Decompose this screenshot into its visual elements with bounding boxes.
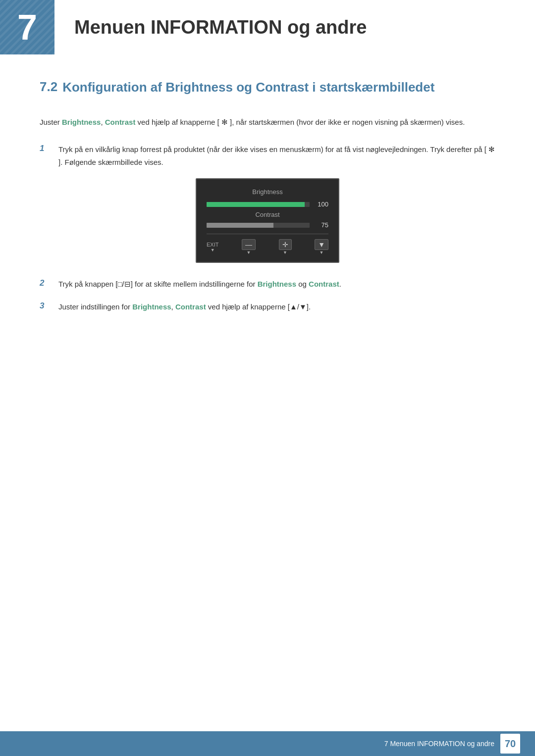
contrast-bar-row: 75 (207, 221, 328, 229)
footer-page-number: 70 (500, 734, 520, 754)
chapter-number: 7 (17, 9, 37, 45)
page-header: 7 Menuen INFORMATION og andre (0, 0, 535, 54)
step2-brightness: Brightness (258, 280, 296, 288)
step-3-text: Juster indstillingen for Brightness, Con… (58, 301, 495, 313)
monitor-controls: EXIT ▼ — ▼ ✛ ▼ ▼ ▼ (207, 239, 328, 255)
brightness-bar-row: 100 (207, 201, 328, 208)
chapter-title: Menuen INFORMATION og andre (74, 17, 367, 38)
section-number: 7.2 (40, 79, 57, 95)
step-1-text: Tryk på en vilkårlig knap forrest på pro… (58, 143, 495, 168)
chapter-title-area: Menuen INFORMATION og andre (54, 0, 535, 54)
contrast-label: Contrast (207, 211, 328, 218)
monitor-btn1: — (242, 239, 256, 250)
step3-brightness: Brightness (132, 302, 171, 311)
contrast-fill (207, 223, 273, 228)
btn3-arrow: ▼ (320, 250, 324, 255)
exit-arrow: ▼ (211, 248, 215, 252)
section-title: Konfiguration af Brightness og Contrast … (62, 79, 434, 96)
step-3: 3 Juster indstillingen for Brightness, C… (40, 301, 495, 313)
footer-chapter-ref: 7 Menuen INFORMATION og andre (384, 740, 494, 748)
step-2-number: 2 (40, 278, 54, 288)
brightness-fill (207, 202, 305, 207)
section-heading: 7.2 Konfiguration af Brightness og Contr… (40, 79, 495, 96)
btn1-arrow: ▼ (247, 250, 251, 255)
step3-contrast: Contrast (175, 302, 206, 311)
section-heading-row: 7.2 Konfiguration af Brightness og Contr… (40, 79, 495, 96)
intro-paragraph: Juster Brightness, Contrast ved hjælp af… (40, 116, 495, 129)
step2-contrast: Contrast (309, 280, 339, 288)
step-1: 1 Tryk på en vilkårlig knap forrest på p… (40, 143, 495, 168)
brightness-track (207, 202, 310, 207)
page-footer: 7 Menuen INFORMATION og andre 70 (0, 731, 535, 756)
monitor-btn2: ✛ (279, 239, 292, 250)
btn2-col: ✛ ▼ (279, 239, 292, 255)
exit-label: EXIT (207, 242, 218, 248)
step-3-number: 3 (40, 301, 54, 311)
btn2-arrow: ▼ (283, 250, 287, 255)
btn1-col: — ▼ (242, 239, 256, 255)
exit-col: EXIT ▼ (207, 242, 218, 252)
step-1-number: 1 (40, 143, 54, 153)
chapter-badge: 7 (0, 0, 54, 54)
monitor-mockup: Brightness 100 Contrast 75 EXIT ▼ — (196, 178, 339, 263)
brightness-value: 100 (314, 201, 328, 208)
contrast-value: 75 (314, 221, 328, 229)
step-2: 2 Tryk på knappen [□/⊟] for at skifte me… (40, 278, 495, 291)
step-2-text: Tryk på knappen [□/⊟] for at skifte mell… (58, 278, 495, 291)
contrast-track (207, 223, 310, 228)
brightness-label: Brightness (207, 188, 328, 196)
main-content: 7.2 Konfiguration af Brightness og Contr… (0, 79, 535, 362)
monitor-btn3: ▼ (315, 239, 328, 250)
btn3-col: ▼ ▼ (315, 239, 328, 255)
monitor-divider (207, 234, 328, 234)
intro-contrast: Contrast (105, 118, 136, 126)
intro-brightness: Brightness (62, 118, 101, 126)
